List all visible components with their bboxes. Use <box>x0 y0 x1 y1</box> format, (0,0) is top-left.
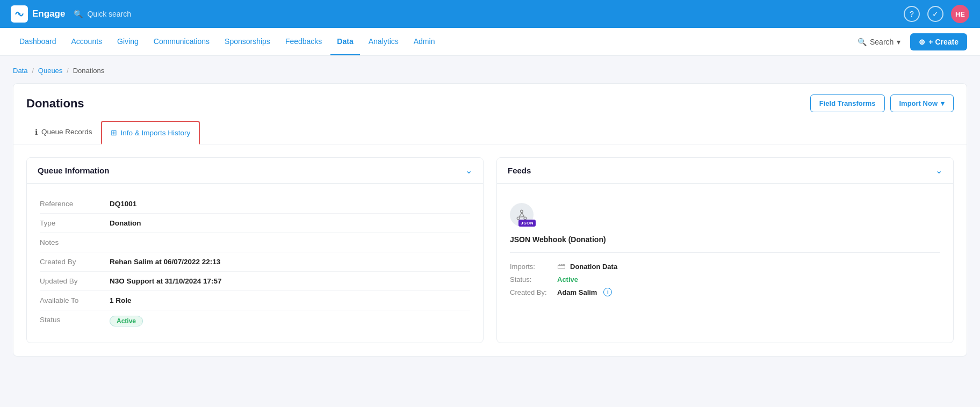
table-row: Available To 1 Role <box>40 291 470 310</box>
breadcrumb: Data / Queues / Donations <box>13 67 967 75</box>
chevron-down-icon: ▾ <box>941 99 945 107</box>
page-header-actions: Field Transforms Import Now ▾ <box>810 95 954 112</box>
feeds-title: Feeds <box>508 166 531 175</box>
content-area: Queue Information ⌄ Reference DQ1001 Typ… <box>13 144 967 357</box>
field-label-updated-by: Updated By <box>40 272 110 291</box>
page-header-top: Donations Field Transforms Import Now ▾ <box>26 95 954 112</box>
imports-value: Donation Data <box>570 263 617 271</box>
field-label-reference: Reference <box>40 194 110 214</box>
field-value-available-to: 1 Role <box>110 291 470 310</box>
avatar[interactable]: HE <box>951 5 969 23</box>
tab-info-icon: ⊞ <box>111 128 117 137</box>
table-row: Updated By N3O Support at 31/10/2024 17:… <box>40 272 470 291</box>
table-row: Created By Rehan Salim at 06/07/2022 22:… <box>40 252 470 272</box>
nav-item-sponsorships[interactable]: Sponsorships <box>218 28 277 55</box>
queue-info-body: Reference DQ1001 Type Donation Notes <box>27 184 483 343</box>
feed-meta: Imports: 🗃 Donation Data Status: Active … <box>510 261 940 296</box>
svg-point-1 <box>521 210 523 213</box>
feeds-chevron[interactable]: ⌄ <box>935 165 942 176</box>
breadcrumb-sep-2: / <box>67 67 68 75</box>
sec-nav-right: 🔍 Search ▾ ⊕ + Create <box>853 33 967 50</box>
table-row: Reference DQ1001 <box>40 194 470 214</box>
queue-info-header: Queue Information ⌄ <box>27 158 483 184</box>
queue-info-chevron[interactable]: ⌄ <box>465 165 472 176</box>
svg-point-2 <box>517 217 520 220</box>
import-now-label: Import Now <box>899 99 938 107</box>
table-row: Status Active <box>40 310 470 332</box>
field-label-notes: Notes <box>40 233 110 252</box>
field-label-status: Status <box>40 310 110 332</box>
search-placeholder: Quick search <box>87 10 131 18</box>
breadcrumb-current: Donations <box>73 67 105 75</box>
checkmark-button[interactable]: ✓ <box>927 6 943 22</box>
tab-queue-records[interactable]: ℹ Queue Records <box>26 121 101 144</box>
tab-queue-label: Queue Records <box>41 128 92 136</box>
help-button[interactable]: ? <box>904 6 920 22</box>
nav-item-accounts[interactable]: Accounts <box>65 28 109 55</box>
nav-item-data[interactable]: Data <box>330 28 359 55</box>
feed-name: JSON Webhook (Donation) <box>510 235 940 244</box>
feed-divider <box>510 252 940 253</box>
webhook-icon <box>516 209 528 221</box>
import-now-button[interactable]: Import Now ▾ <box>890 95 954 112</box>
main-content: Data / Queues / Donations Donations Fiel… <box>0 56 980 367</box>
breadcrumb-queues[interactable]: Queues <box>38 67 63 75</box>
breadcrumb-data[interactable]: Data <box>13 67 27 75</box>
field-label-created-by: Created By <box>40 252 110 272</box>
page-title: Donations <box>26 97 84 111</box>
feeds-header: Feeds ⌄ <box>497 158 953 184</box>
table-row: Notes <box>40 233 470 252</box>
queue-information-panel: Queue Information ⌄ Reference DQ1001 Typ… <box>26 157 484 343</box>
feed-meta-created-by: Created By: Adam Salim i <box>510 288 940 296</box>
search-button[interactable]: 🔍 Search ▾ <box>853 34 905 49</box>
queue-info-title: Queue Information <box>38 166 109 175</box>
field-value-reference: DQ1001 <box>110 194 470 214</box>
app-name: Engage <box>32 9 65 19</box>
database-icon: 🗃 <box>557 261 566 271</box>
feeds-panel: Feeds ⌄ <box>496 157 954 343</box>
nav-item-dashboard[interactable]: Dashboard <box>13 28 63 55</box>
field-value-updated-by: N3O Support at 31/10/2024 17:57 <box>110 272 470 291</box>
svg-point-0 <box>18 13 20 15</box>
field-value-type: Donation <box>110 214 470 233</box>
tab-info-label: Info & Imports History <box>121 129 191 137</box>
feed-icon-circle: JSON <box>510 203 534 227</box>
create-button[interactable]: ⊕ + Create <box>910 33 967 50</box>
nav-item-analytics[interactable]: Analytics <box>362 28 405 55</box>
create-label: + Create <box>928 38 959 46</box>
tab-info-imports[interactable]: ⊞ Info & Imports History <box>101 121 200 144</box>
field-value-notes <box>110 233 470 252</box>
top-nav-right: ? ✓ HE <box>904 5 969 23</box>
top-navigation: Engage 🔍 Quick search ? ✓ HE <box>0 0 980 28</box>
created-by-value: Adam Salim <box>557 288 597 296</box>
feed-meta-status: Status: Active <box>510 275 940 284</box>
info-icon[interactable]: i <box>603 288 612 296</box>
nav-item-giving[interactable]: Giving <box>111 28 145 55</box>
page-header: Donations Field Transforms Import Now ▾ … <box>13 83 967 144</box>
field-value-status: Active <box>110 310 470 332</box>
table-row: Type Donation <box>40 214 470 233</box>
feeds-body: JSON JSON Webhook (Donation) Imports: 🗃 … <box>497 184 953 311</box>
search-icon: 🔍 <box>74 10 83 18</box>
app-logo[interactable]: Engage <box>11 5 65 23</box>
create-plus-icon: ⊕ <box>919 38 925 46</box>
feed-icon-wrapper: JSON <box>510 203 940 227</box>
breadcrumb-sep-1: / <box>32 67 33 75</box>
feed-item: JSON JSON Webhook (Donation) Imports: 🗃 … <box>510 194 940 301</box>
field-label-available-to: Available To <box>40 291 110 310</box>
imports-label: Imports: <box>510 263 553 271</box>
status-value: Active <box>557 275 578 284</box>
tabs: ℹ Queue Records ⊞ Info & Imports History <box>26 121 954 144</box>
quick-search[interactable]: 🔍 Quick search <box>74 10 895 18</box>
field-value-created-by: Rehan Salim at 06/07/2022 22:13 <box>110 252 470 272</box>
nav-item-communications[interactable]: Communications <box>147 28 216 55</box>
tab-queue-icon: ℹ <box>35 128 38 136</box>
nav-item-admin[interactable]: Admin <box>407 28 442 55</box>
field-transforms-button[interactable]: Field Transforms <box>810 95 885 112</box>
feed-meta-imports: Imports: 🗃 Donation Data <box>510 261 940 271</box>
created-by-label: Created By: <box>510 288 553 296</box>
status-label: Status: <box>510 275 553 284</box>
nav-item-feedbacks[interactable]: Feedbacks <box>279 28 328 55</box>
chevron-down-icon: ▾ <box>897 38 900 46</box>
secondary-navigation: Dashboard Accounts Giving Communications… <box>0 28 980 56</box>
